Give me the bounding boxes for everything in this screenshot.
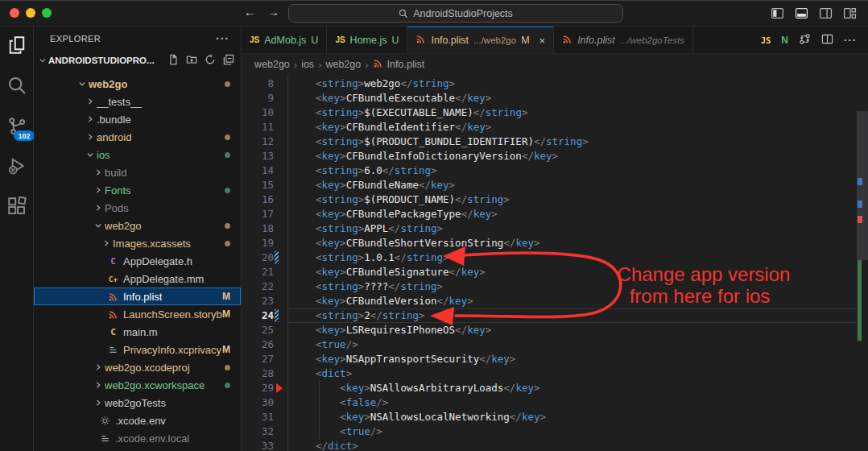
code-text: <false/> <box>288 395 388 410</box>
sidebar-more-icon[interactable]: ··· <box>216 32 229 45</box>
tree-item--bundle[interactable]: .bundle <box>34 110 241 128</box>
list-icon <box>106 345 120 355</box>
vertical-scrollbar[interactable] <box>857 75 868 451</box>
tab-info-plist[interactable]: Info.plist.../web2goM× <box>407 27 554 53</box>
split-editor-icon[interactable] <box>821 33 833 48</box>
activity-item-extensions[interactable] <box>6 196 28 218</box>
line-number: 22 <box>242 279 288 294</box>
tree-item-pods[interactable]: Pods <box>34 199 241 217</box>
code-line-18: 18<string>APPL</string> <box>242 221 868 236</box>
tree-item-web2go-xcworkspace[interactable]: web2go.xcworkspace <box>34 376 241 394</box>
tab-home-js[interactable]: JSHome.jsU <box>327 27 407 53</box>
minimize-button[interactable] <box>26 8 35 18</box>
tree-item-appdelegate-mm[interactable]: C+AppDelegate.mm <box>34 270 241 288</box>
breadcrumb-item[interactable]: ios <box>301 59 314 70</box>
plist-icon <box>373 58 383 71</box>
scrollbar-slider[interactable] <box>857 111 868 260</box>
workbench: 102 EXPLORER ··· ANDROIDSTUDIOPRO... web… <box>0 27 868 451</box>
tree-item-fonts[interactable]: Fonts <box>34 181 241 199</box>
editor-actions: JSN··· <box>750 27 868 53</box>
tree-item-appdelegate-h[interactable]: CAppDelegate.h <box>34 252 241 270</box>
annotation-gutter-triangle <box>276 383 283 393</box>
activity-item-source-control[interactable]: 102 <box>6 115 28 138</box>
tree-item-info-plist[interactable]: Info.plistM <box>34 288 241 305</box>
tree-item-privacyinfo-xcprivacy[interactable]: PrivacyInfo.xcprivacyM <box>34 341 241 358</box>
line-number: 26 <box>242 337 288 352</box>
tree-item--tests-[interactable]: __tests__ <box>34 93 241 110</box>
code-line-20: 20<string>1.0.1</string> <box>242 250 868 265</box>
forward-icon[interactable]: → <box>267 5 279 19</box>
breadcrumb-file[interactable]: Info.plist <box>387 59 425 70</box>
overview-ruler-mark <box>858 216 862 223</box>
collapse-all-icon[interactable] <box>223 54 234 67</box>
breadcrumb-item[interactable]: web2go <box>254 59 290 70</box>
open-changes-icon[interactable] <box>799 33 811 48</box>
tab-bar: JSAdMob.jsUJSHome.jsUInfo.plist.../web2g… <box>242 27 868 54</box>
tree-item-build[interactable]: build <box>34 163 241 181</box>
code-text: <string>$(EXECUTABLE_NAME)</string> <box>288 106 527 120</box>
code-line-25: 25<key>LSRequiresIPhoneOS</key> <box>242 323 868 337</box>
tree-item-ios[interactable]: ios <box>34 146 241 163</box>
line-number: 27 <box>242 352 288 366</box>
tree-item-podfile[interactable]: ◆Podfile <box>34 447 241 451</box>
code-line-9: 9<key>CFBundleExecutable</key> <box>242 91 868 106</box>
tree-item-web2gotests[interactable]: web2goTests <box>34 394 241 412</box>
item-label: LaunchScreen.storyboard <box>123 308 222 321</box>
zoom-button[interactable] <box>42 8 52 18</box>
chevron-down-icon <box>92 221 105 230</box>
new-file-icon[interactable] <box>167 54 179 67</box>
new-folder-icon[interactable] <box>186 54 197 67</box>
close-tab-icon[interactable]: × <box>539 35 546 47</box>
tree-item--xcode-env-local[interactable]: .xcode.env.local <box>34 429 241 447</box>
toggle-sidebar-icon[interactable] <box>771 6 784 20</box>
back-icon[interactable]: ← <box>244 5 256 19</box>
tab-admob-js[interactable]: JSAdMob.jsU <box>242 27 327 53</box>
activity-item-run-debug[interactable] <box>6 155 28 178</box>
code-text: <key>CFBundleShortVersionString</key> <box>288 236 539 250</box>
git-dot <box>225 365 230 370</box>
node-icon[interactable]: N <box>781 34 788 46</box>
command-center-search[interactable]: AndroidStudioProjects <box>288 4 623 23</box>
chevron-right-icon <box>92 204 105 212</box>
code-text: <key>CFBundleIdentifier</key> <box>288 120 491 134</box>
activity-item-explorer[interactable] <box>6 35 28 57</box>
tree-item-web2go[interactable]: web2go <box>34 217 241 234</box>
tab-git-badge: U <box>391 35 399 46</box>
customize-layout-icon[interactable] <box>843 6 857 20</box>
tree-item-images-xcassets[interactable]: Images.xcassets <box>34 234 241 252</box>
tree-item-main-m[interactable]: Cmain.m <box>34 323 241 341</box>
js-runner-icon[interactable]: JS <box>761 34 771 46</box>
tree-item-android[interactable]: android <box>34 128 241 146</box>
code-line-10: 10<string>$(EXECUTABLE_NAME)</string> <box>242 106 868 120</box>
layout-controls <box>771 6 857 20</box>
toggle-panel-icon[interactable] <box>795 6 808 20</box>
plist-icon <box>106 292 120 302</box>
scm-badge: 102 <box>14 130 34 141</box>
tree-item-web2go-xcodeproj[interactable]: web2go.xcodeproj <box>34 358 241 376</box>
code-editor[interactable]: 8<string>web2go</string>9<key>CFBundleEx… <box>242 75 868 451</box>
code-text: <key>LSRequiresIPhoneOS</key> <box>288 323 491 337</box>
line-number: 13 <box>242 149 288 163</box>
close-button[interactable] <box>10 8 19 18</box>
extensions-icon <box>7 197 27 218</box>
chevron-right-icon <box>92 381 105 389</box>
tab-description: .../web2goTests <box>620 35 684 45</box>
gear-icon <box>98 416 112 426</box>
tree-item-web2go[interactable]: web2go <box>34 75 241 93</box>
activity-item-search[interactable] <box>6 75 28 97</box>
more-actions-icon[interactable]: ··· <box>844 34 857 46</box>
file-tree: web2go__tests__.bundleandroidiosbuildFon… <box>34 73 241 451</box>
breadcrumb-item[interactable]: web2go <box>325 59 361 70</box>
workspace-section-header[interactable]: ANDROIDSTUDIOPRO... <box>34 51 241 70</box>
item-label: PrivacyInfo.xcprivacy <box>123 344 221 356</box>
code-line-17: 17<key>CFBundlePackageType</key> <box>242 207 868 221</box>
line-number: 23 <box>242 294 288 308</box>
refresh-icon[interactable] <box>205 54 216 67</box>
chevron-down-icon <box>84 151 97 159</box>
explorer-sidebar: EXPLORER ··· ANDROIDSTUDIOPRO... web2go_… <box>34 27 242 451</box>
toggle-secondary-sidebar-icon[interactable] <box>819 6 833 20</box>
code-line-13: 13<key>CFBundleInfoDictionaryVersion</ke… <box>242 149 868 163</box>
tab-info-plist[interactable]: Info.plist.../web2goTests <box>554 27 693 53</box>
tree-item--xcode-env[interactable]: .xcode.env <box>34 412 241 429</box>
tree-item-launchscreen-storyboard[interactable]: LaunchScreen.storyboardM <box>34 305 241 323</box>
